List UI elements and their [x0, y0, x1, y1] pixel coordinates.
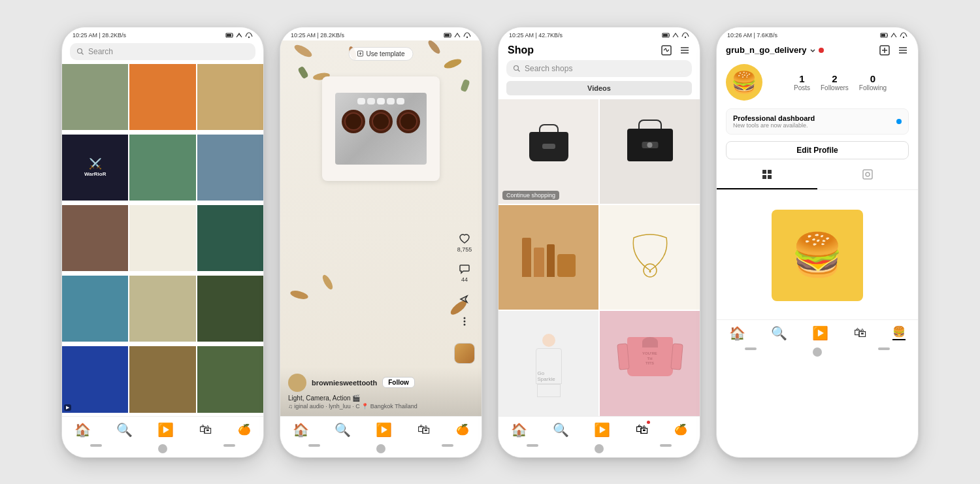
menu-icon[interactable]: [679, 44, 691, 56]
profile-avatar: 🍔: [726, 64, 762, 101]
svg-point-46: [866, 172, 870, 176]
profile-post-container: 🍔: [726, 197, 909, 314]
nav-shop[interactable]: 🛍: [199, 422, 212, 437]
status-icons-1: [225, 31, 253, 39]
grid-cell[interactable]: ⚔️ WarRioR: [62, 135, 128, 201]
svg-point-27: [514, 65, 519, 70]
grid-cell[interactable]: [62, 205, 128, 271]
gesture-sq-4: [745, 347, 757, 350]
add-icon[interactable]: [879, 44, 890, 56]
nav-reels-3[interactable]: ▶️: [594, 422, 610, 438]
profile-username: grub_n_go_delivery: [726, 45, 824, 55]
p1-search-bar[interactable]: Search: [70, 43, 255, 60]
svg-rect-41: [762, 170, 766, 174]
shop-search-bar[interactable]: Search shops: [506, 60, 692, 77]
nav-home-3[interactable]: 🏠: [511, 422, 527, 438]
status-icons-3: [662, 31, 689, 39]
nav-search-2[interactable]: 🔍: [335, 422, 351, 438]
shop-product-3[interactable]: [498, 205, 598, 310]
activity-icon[interactable]: [661, 44, 672, 56]
nav-home-2[interactable]: 🏠: [293, 422, 309, 438]
scene: 10:25 AM | 28.2KB/s Search ⚔️ WarRioR: [35, 1, 945, 484]
shop-product-2[interactable]: [600, 99, 700, 204]
nav-search-3[interactable]: 🔍: [553, 422, 569, 438]
status-bar-1: 10:25 AM | 28.2KB/s: [62, 27, 263, 40]
reel-caption: Light, Camera, Action 🎬: [288, 395, 474, 402]
grid-cell[interactable]: [197, 135, 263, 201]
grid-cell[interactable]: ▶: [62, 346, 128, 412]
nav-profile-4[interactable]: 🍔: [892, 325, 906, 340]
comment-action[interactable]: 44: [459, 263, 470, 283]
svg-point-9: [466, 36, 468, 37]
nav-reels-4[interactable]: ▶️: [812, 325, 828, 341]
more-action[interactable]: [459, 315, 470, 327]
profile-header: grub_n_go_delivery: [717, 40, 918, 59]
grid-cell[interactable]: [197, 205, 263, 271]
like-action[interactable]: 8,755: [457, 233, 472, 253]
svg-point-19: [685, 36, 686, 37]
marshmallows: [357, 98, 404, 105]
edit-profile-button[interactable]: Edit Profile: [726, 141, 909, 159]
svg-rect-18: [663, 34, 668, 37]
nav-profile-2[interactable]: 🍊: [456, 423, 469, 436]
reel-user-row: browniesweettooth Follow: [288, 374, 474, 392]
dashboard-text: Professional dashboard New tools are now…: [733, 114, 815, 129]
reel-profile-thumb: [454, 343, 475, 364]
nav-shop-3[interactable]: 🛍: [636, 422, 649, 437]
handbag-2: [624, 129, 676, 174]
grid-cell[interactable]: [62, 64, 128, 130]
use-template-button[interactable]: Use template: [349, 47, 414, 61]
grid-cell[interactable]: [129, 205, 195, 271]
nav-reels-2[interactable]: ▶️: [376, 422, 392, 438]
share-action[interactable]: [459, 293, 470, 305]
profile-info: 🍔 1 Posts 2 Followers 0 Following: [717, 59, 918, 106]
grid-cell[interactable]: [129, 135, 195, 201]
gesture-tr-4: [878, 347, 890, 350]
nav-profile-3[interactable]: 🍊: [674, 423, 687, 436]
shop-product-grid: Continue shopping: [498, 99, 700, 416]
bottom-nav-1: 🏠 🔍 ▶️ 🛍 🍊: [62, 416, 263, 440]
bottom-gesture-1: [62, 440, 263, 457]
professional-dashboard[interactable]: Professional dashboard New tools are now…: [726, 108, 909, 135]
svg-line-23: [667, 50, 669, 52]
shop-tabs: Videos: [506, 81, 692, 95]
grid-cell[interactable]: [129, 276, 195, 342]
grid-cell[interactable]: [129, 346, 195, 412]
nav-profile[interactable]: 🍊: [238, 423, 251, 436]
shop-search-placeholder: Search shops: [525, 64, 572, 73]
phone-4: 10:26 AM | 7.6KB/s grub_n_go_delivery 🍔: [716, 27, 919, 458]
stat-followers: 2 Followers: [821, 73, 849, 91]
status-bar-2: 10:25 AM | 28.2KB/s: [280, 27, 482, 40]
nav-search[interactable]: 🔍: [116, 422, 133, 438]
shop-product-4[interactable]: ♦: [600, 205, 700, 310]
shop-product-6[interactable]: YOU'RETHTITS: [600, 311, 700, 415]
grid-cell[interactable]: [62, 276, 128, 342]
nav-home-4[interactable]: 🏠: [729, 325, 745, 341]
svg-rect-1: [233, 35, 233, 36]
shop-product-1[interactable]: Continue shopping: [498, 99, 598, 204]
tab-grid[interactable]: [717, 163, 817, 189]
grid-cell[interactable]: [197, 346, 263, 412]
svg-rect-8: [445, 34, 449, 37]
nav-home[interactable]: 🏠: [74, 422, 91, 438]
grid-cell[interactable]: [197, 276, 263, 342]
shop-product-5[interactable]: Go Sparkle: [498, 311, 598, 415]
search-icon: [513, 65, 521, 73]
menu-icon-profile[interactable]: [897, 44, 909, 56]
nav-shop-2[interactable]: 🛍: [417, 422, 431, 437]
nav-reels[interactable]: ▶️: [157, 422, 174, 438]
tab-videos[interactable]: Videos: [506, 81, 692, 95]
profile-post-1[interactable]: 🍔: [772, 210, 863, 301]
feed-grid: ⚔️ WarRioR ▶: [62, 64, 263, 416]
profile-stats: 1 Posts 2 Followers 0 Following: [772, 73, 909, 91]
nav-shop-4[interactable]: 🛍: [854, 325, 867, 340]
handbag-1: [526, 132, 572, 171]
tab-tagged[interactable]: [817, 163, 918, 189]
grid-cell[interactable]: [129, 64, 195, 130]
nav-search-4[interactable]: 🔍: [771, 325, 787, 341]
profile-posts: 🍔: [717, 191, 918, 319]
grid-cell[interactable]: [197, 64, 263, 130]
gesture-sq-2: [308, 444, 320, 447]
follow-button[interactable]: Follow: [382, 377, 415, 388]
dropdown-icon[interactable]: [809, 47, 816, 54]
